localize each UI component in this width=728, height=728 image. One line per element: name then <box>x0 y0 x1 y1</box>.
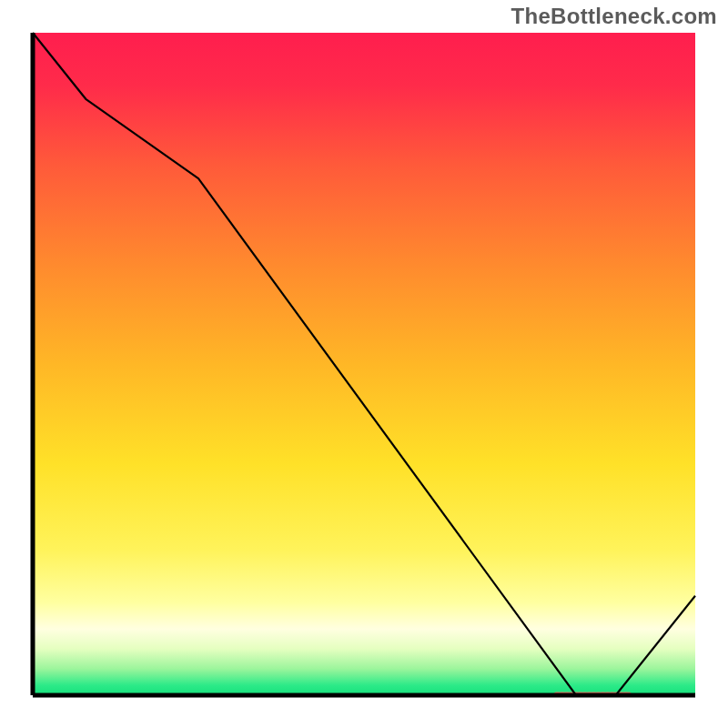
chart-plot <box>30 30 698 698</box>
chart-svg <box>30 30 698 698</box>
watermark-text: TheBottleneck.com <box>511 4 717 29</box>
